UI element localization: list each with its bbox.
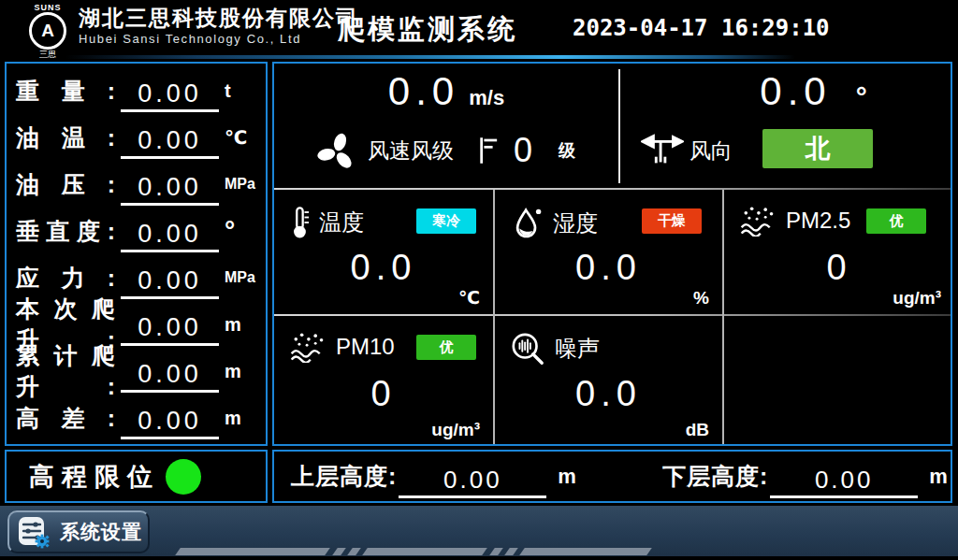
wind-direction-label: 风向: [689, 136, 733, 165]
measure-value: 0.00: [121, 173, 219, 206]
measure-value: 0.00: [121, 220, 219, 252]
sensor-status-badge: 优: [416, 335, 476, 360]
climbing-formwork-monitor-screen: SUNS A 三思 湖北三思科技股份有限公司 Hubei Sansi Techn…: [0, 0, 958, 560]
sensor-cell-humidity: 湿度 干燥 0.0 %: [495, 190, 722, 314]
sensor-value: 0.0: [495, 374, 722, 414]
company-name-block: 湖北三思科技股份有限公司 Hubei Sansi Technology Co.,…: [79, 5, 359, 48]
droplet-icon: [510, 205, 544, 242]
sensor-value: 0.0: [495, 248, 722, 288]
lower-height-unit: m: [929, 465, 948, 489]
sensor-name: PM2.5: [786, 208, 850, 234]
lower-height-value: 0.00: [770, 466, 918, 498]
header: SUNS A 三思 湖北三思科技股份有限公司 Hubei Sansi Techn…: [0, 0, 958, 54]
sensor-status-badge: 干燥: [642, 208, 702, 234]
settings-button-label: 系统设置: [60, 519, 142, 545]
sensor-name: 温度: [319, 208, 364, 237]
thermometer-icon: [289, 205, 310, 240]
wind-speed-label: 风速风级: [368, 136, 454, 165]
wind-level-flag-icon: [478, 136, 499, 165]
wind-speed-unit: m/s: [469, 86, 504, 110]
sensor-unit: ug/m³: [431, 420, 480, 440]
measure-value: 0.00: [121, 360, 219, 393]
measure-value: 0.00: [121, 79, 219, 112]
sensor-cell-pm10: PM10 优 0 ug/m³: [274, 316, 493, 446]
elevation-limit-label: 高程限位: [29, 460, 160, 494]
measure-unit: t: [225, 80, 258, 102]
company-logo: SUNS A 三思: [22, 3, 73, 53]
measurements-panel: 重量: 0.00 t 油温: 0.00 ℃ 油压: 0.00 MPa 垂直度: …: [5, 62, 268, 446]
sensor-cell-pm25: PM2.5 优 0 ug/m³: [724, 190, 954, 314]
logo-circle-icon: A: [29, 12, 66, 50]
measure-unit: °: [225, 216, 258, 246]
measure-unit: m: [225, 408, 258, 429]
datetime-display: 2023-04-17 16:29:10: [573, 15, 830, 41]
measure-unit: MPa: [225, 176, 258, 193]
page-title: 爬模监测系统: [329, 11, 526, 49]
measure-unit: ℃: [225, 126, 258, 149]
measure-unit: m: [225, 314, 258, 336]
measure-value: 0.00: [121, 266, 219, 299]
system-settings-button[interactable]: 系统设置: [7, 510, 150, 553]
sensor-name: 噪声: [555, 334, 600, 364]
measure-row-oil-pressure: 油压: 0.00 MPa: [16, 161, 258, 208]
wind-direction-value: 0.0: [760, 69, 831, 114]
wind-speed-value: 0.0: [388, 69, 459, 114]
wind-vane-icon: [641, 131, 684, 168]
upper-height-value: 0.00: [399, 466, 546, 498]
measure-label: 应力:: [16, 263, 115, 294]
header-divider-glow: [65, 55, 795, 59]
dust-particles-icon: [289, 331, 327, 363]
wind-speed-section: 0.0 m/s 风速风级 0 级: [274, 64, 618, 189]
company-name-cn: 湖北三思科技股份有限公司: [79, 5, 359, 31]
sensor-value: 0.0: [274, 248, 493, 288]
sensor-value: 0: [274, 374, 493, 414]
sensor-unit: ℃: [458, 287, 480, 309]
measure-unit: m: [225, 361, 258, 382]
logo-suns-text: SUNS: [22, 3, 73, 12]
wind-direction-unit: °: [856, 81, 867, 113]
footer-bar: 系统设置: [0, 506, 958, 560]
lower-height-group: 下层高度: 0.00 m: [662, 454, 948, 498]
logo-letter: A: [41, 21, 54, 41]
sensor-cell-temperature: 温度 寒冷 0.0 ℃: [274, 190, 493, 314]
measure-row-total-climb: 累计爬升: 0.00 m: [16, 348, 258, 395]
measure-row-weight: 重量: 0.00 t: [16, 67, 258, 114]
footer-decor-stripe: [178, 548, 649, 555]
lower-height-label: 下层高度:: [662, 461, 768, 492]
sensor-unit: dB: [686, 420, 709, 440]
measure-label: 重量:: [16, 76, 115, 107]
sensor-name: 湿度: [553, 208, 598, 238]
environment-panel: 0.0 m/s 风速风级 0 级: [272, 62, 952, 446]
measure-value: 0.00: [121, 407, 219, 439]
measure-label: 垂直度:: [16, 216, 115, 247]
elevation-limit-indicator: [166, 459, 201, 495]
dust-particles-icon: [739, 205, 777, 237]
measure-label: 累计爬升:: [16, 340, 115, 402]
measure-value: 0.00: [121, 126, 219, 159]
measure-row-verticality: 垂直度: 0.00 °: [16, 208, 258, 254]
sensor-unit: %: [693, 288, 709, 309]
wind-direction-section: 0.0 ° 风向: [620, 64, 951, 189]
layer-heights-panel: 上层高度: 0.00 m 下层高度: 0.00 m: [272, 450, 952, 503]
settings-sliders-gear-icon: [17, 515, 51, 549]
noise-meter-icon: [510, 331, 545, 366]
upper-height-unit: m: [558, 465, 576, 489]
sensor-value: 0: [724, 248, 954, 288]
sensor-name: PM10: [336, 334, 395, 360]
measure-label: 油温:: [16, 122, 115, 153]
measure-row-oil-temp: 油温: 0.00 ℃: [16, 114, 258, 161]
elevation-limit-panel: 高程限位: [5, 450, 268, 503]
sensor-status-badge: 寒冷: [416, 208, 476, 234]
company-name-en: Hubei Sansi Technology Co., Ltd: [79, 31, 359, 48]
sensor-unit: ug/m³: [893, 288, 941, 309]
sensor-status-badge: 优: [866, 208, 926, 234]
measure-unit: MPa: [225, 269, 258, 286]
upper-height-group: 上层高度: 0.00 m: [291, 454, 576, 498]
measure-label: 油压:: [16, 169, 115, 200]
measure-value: 0.00: [121, 313, 219, 346]
sensor-cell-noise: 噪声 0.0 dB: [495, 316, 722, 446]
wind-level-value: 0: [514, 131, 534, 170]
measure-label: 高差:: [16, 403, 115, 434]
upper-height-label: 上层高度:: [291, 461, 397, 492]
wind-level-unit: 级: [559, 139, 575, 162]
